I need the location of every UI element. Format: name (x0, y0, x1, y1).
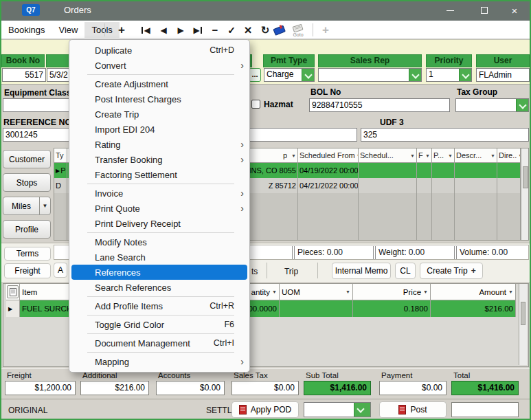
tax-group-select[interactable] (455, 98, 529, 112)
menu-item-import-edi-204[interactable]: Import EDI 204 (69, 122, 249, 137)
stop-cell[interactable]: 04/19/2022 00:00 (298, 163, 358, 178)
scrollbar-thumb[interactable] (523, 166, 528, 188)
column-filter-icon[interactable]: ▼ (409, 153, 415, 158)
stop-cell[interactable] (417, 163, 431, 178)
post-button[interactable]: Post (379, 401, 447, 418)
ellipsis-button[interactable]: ... (249, 68, 261, 82)
stop-cell[interactable] (359, 163, 416, 178)
last-record-icon[interactable]: ▶ (190, 22, 206, 38)
column-filter-icon[interactable]: ▼ (447, 153, 453, 158)
chevron-down-icon[interactable]: ▼ (40, 203, 50, 209)
sidebar-item-terms[interactable]: Terms (4, 247, 51, 261)
chevron-down-icon[interactable] (516, 99, 528, 111)
menubar-item-view[interactable]: View (52, 22, 84, 38)
menu-item-factoring-settlement[interactable]: Factoring Settlement (69, 167, 249, 182)
column-filter-icon[interactable]: ▼ (355, 153, 358, 158)
pmt-type-select[interactable]: Charge (264, 68, 315, 82)
cl-button[interactable]: CL (395, 263, 416, 279)
stop-cell[interactable]: 04/21/2022 00:00 (298, 178, 358, 193)
stop-cell[interactable] (497, 163, 520, 178)
chevron-down-icon[interactable] (459, 69, 471, 81)
stop-cell[interactable] (455, 163, 497, 178)
sidebar-item-customer[interactable]: Customer (3, 150, 51, 168)
menu-item-references[interactable]: References (71, 265, 247, 280)
stop-cell[interactable] (432, 163, 454, 178)
footer-blank-field[interactable] (451, 402, 519, 417)
column-header-descr[interactable]: Descr...▼ (455, 148, 497, 163)
price-cell[interactable]: 0.1800 (353, 300, 430, 317)
stop-cell[interactable] (359, 178, 416, 193)
create-trip-button[interactable]: Create Trip + (420, 263, 483, 279)
uom-column-header[interactable]: UOM▼ (280, 284, 352, 300)
amount-cell[interactable]: $216.00 (431, 300, 515, 317)
user-field[interactable]: FLAdmin (476, 68, 530, 82)
save-icon[interactable]: ✓ (223, 22, 240, 38)
menu-item-search-references[interactable]: Search References (69, 280, 249, 295)
hazmat-checkbox[interactable] (251, 100, 260, 109)
menu-item-mapping[interactable]: Mapping› (69, 354, 249, 369)
menu-item-transfer-booking[interactable]: Transfer Booking› (69, 152, 249, 167)
price-column-header[interactable]: Price▼ (353, 284, 430, 300)
cancel-icon[interactable]: × (240, 22, 256, 38)
menu-item-duplicate[interactable]: DuplicateCtrl+D (69, 43, 249, 58)
refresh-icon[interactable]: ↻ (257, 22, 273, 38)
sidebar-item-profile[interactable]: Profile (3, 220, 51, 239)
items-grid-scrollbar[interactable] (519, 284, 527, 365)
menu-item-toggle-grid-color[interactable]: Toggle Grid ColorF6 (69, 317, 249, 332)
column-header-dire[interactable]: Dire..▼ (497, 148, 520, 163)
amount-column-header[interactable]: Amount▼ (431, 284, 515, 300)
menu-item-convert[interactable]: Convert› (69, 58, 249, 73)
column-filter-icon[interactable]: ▼ (270, 289, 277, 294)
menu-item-modify-notes[interactable]: Modify Notes (69, 234, 249, 250)
settlement-select[interactable] (304, 402, 371, 417)
sidebar-item-stops[interactable]: Stops (3, 173, 51, 192)
uom-cell[interactable] (280, 300, 352, 317)
column-filter-icon[interactable]: ▼ (489, 153, 495, 158)
tab-trip[interactable]: Trip (272, 267, 310, 276)
apply-pod-button[interactable]: Apply POD (231, 401, 299, 418)
minimize-icon[interactable] (438, 0, 462, 21)
menu-item-lane-search[interactable]: Lane Search (69, 250, 249, 265)
column-header-f[interactable]: F▼ (417, 148, 431, 163)
document-icon[interactable] (7, 285, 19, 298)
menu-item-add-profile-items[interactable]: Add Profile ItemsCtrl+R (69, 298, 249, 313)
sidebar-item-freight[interactable]: Freight (4, 263, 51, 278)
menubar-item-bookings[interactable]: Bookings (1, 22, 52, 38)
stops-grid-type-header[interactable]: Ty (54, 148, 67, 163)
menu-item-document-management[interactable]: Document ManagementCtrl+I (69, 335, 249, 351)
column-header-schedul[interactable]: Schedul...▼ (359, 148, 416, 163)
stop-cell[interactable] (417, 178, 431, 193)
udf3-field[interactable]: 325 (361, 128, 529, 142)
priority-select[interactable]: 1 (426, 68, 472, 82)
menu-item-rating[interactable]: Rating› (69, 137, 249, 152)
next-record-icon[interactable]: ▶ (172, 22, 189, 38)
stop-cell[interactable] (455, 178, 497, 193)
first-record-icon[interactable]: ◀ (137, 22, 154, 38)
column-filter-icon[interactable]: ▼ (506, 289, 513, 294)
maximize-icon[interactable] (473, 0, 496, 21)
chevron-down-icon[interactable] (354, 403, 370, 417)
menu-item-print-quote[interactable]: Print Quote› (69, 201, 249, 216)
menu-item-invoice[interactable]: Invoice› (69, 186, 249, 201)
close-icon[interactable]: × (503, 0, 526, 21)
menu-item-create-trip[interactable]: Create Trip (69, 107, 249, 122)
menu-item-post-interest-charges[interactable]: Post Interest Charges (69, 91, 249, 107)
tab-fragment-ts[interactable]: ts (251, 267, 258, 276)
column-header-p[interactable]: P...▼ (432, 148, 454, 163)
add-icon[interactable]: + (113, 22, 130, 38)
internal-memo-button[interactable]: Internal Memo (332, 263, 391, 279)
column-filter-icon[interactable]: ▼ (343, 289, 350, 294)
stop-cell[interactable] (497, 178, 520, 193)
menu-item-print-delivery-receipt[interactable]: Print Delivery Receipt (69, 216, 249, 231)
prev-record-icon[interactable]: ◀ (155, 22, 172, 38)
stop-cell[interactable] (432, 178, 454, 193)
tab-fragment-a[interactable]: A (54, 263, 67, 278)
chevron-down-icon[interactable] (409, 69, 421, 81)
book-no-field[interactable]: 5517 (2, 68, 46, 82)
sidebar-item-miles[interactable]: Miles▼ (3, 197, 51, 215)
goto-icon[interactable]: Goto (289, 21, 308, 38)
scrollbar-thumb[interactable] (521, 302, 526, 325)
column-filter-icon[interactable]: ▼ (424, 153, 430, 158)
delete-icon[interactable]: − (207, 22, 223, 38)
column-filter-icon[interactable]: ▼ (517, 153, 520, 158)
